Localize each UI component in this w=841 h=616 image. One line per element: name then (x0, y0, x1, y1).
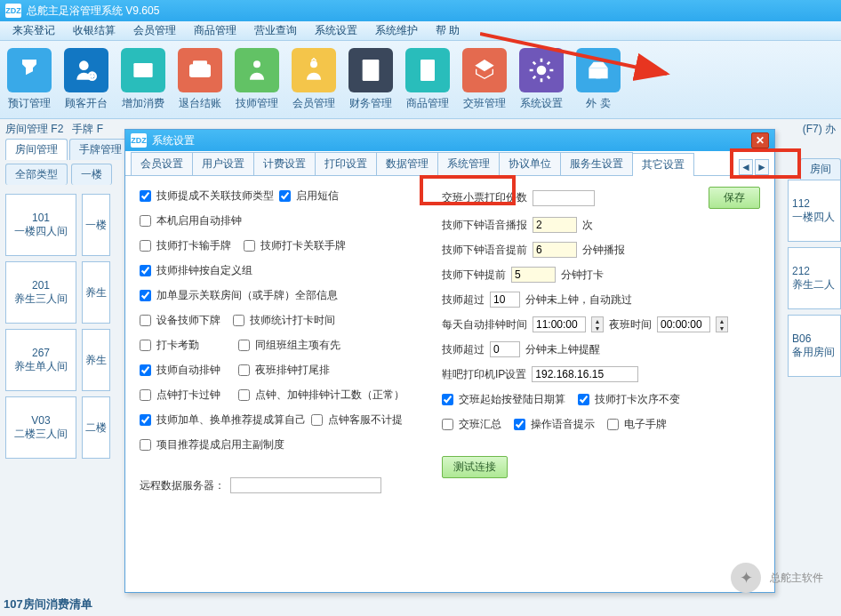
dialog-tab[interactable]: 打印设置 (315, 152, 377, 175)
dialog-tab[interactable]: 用户设置 (192, 152, 254, 175)
skip-minutes-input[interactable] (490, 292, 520, 308)
dialog-tab[interactable]: 会员设置 (131, 152, 193, 175)
svg-point-7 (253, 60, 260, 68)
chk-punch-order[interactable] (578, 394, 589, 405)
dialog-tab[interactable]: 服务生设置 (560, 152, 633, 175)
chk-show-all[interactable] (140, 290, 151, 301)
chk-commission[interactable] (140, 190, 151, 202)
svg-point-13 (373, 70, 376, 73)
room-card[interactable]: 养生 (82, 329, 110, 391)
filter-all[interactable]: 全部类型 (5, 164, 68, 185)
menu-item[interactable]: 营业查询 (245, 23, 306, 38)
room-card[interactable]: 养生 (82, 261, 110, 324)
save-button[interactable]: 保存 (709, 187, 760, 209)
toolbar-商品管理[interactable]: 商品管理 (405, 48, 450, 111)
voice-advance-input[interactable] (533, 242, 577, 258)
svg-rect-6 (193, 60, 207, 67)
chk-overtime[interactable] (140, 389, 151, 401)
time-spinner[interactable]: ▲▼ (716, 316, 728, 332)
dialog-tab[interactable]: 协议单位 (499, 152, 561, 175)
menu-item[interactable]: 系统设置 (306, 23, 366, 38)
punch-advance-input[interactable] (511, 267, 556, 283)
printer-ip-input[interactable] (532, 366, 638, 382)
svg-point-4 (144, 68, 148, 72)
sub-left: 房间管理 F2 (5, 122, 63, 137)
remind-minutes-input[interactable] (490, 341, 520, 357)
room-button[interactable]: 房间 (800, 158, 841, 180)
chk-stat-time[interactable] (233, 315, 244, 326)
menu-item[interactable]: 会员管理 (124, 23, 185, 38)
voice-times-input[interactable] (533, 217, 577, 233)
close-icon[interactable]: ✕ (751, 132, 769, 148)
svg-point-11 (366, 70, 369, 73)
toolbar-财务管理[interactable]: 财务管理 (348, 48, 393, 111)
menu-item[interactable]: 帮 助 (427, 23, 469, 38)
wechat-icon: ✦ (731, 563, 761, 593)
toolbar-技师管理[interactable]: 技师管理 (235, 48, 279, 111)
remote-server-input[interactable] (230, 477, 381, 493)
toolbar-外 卖[interactable]: 外 卖 (576, 48, 621, 111)
svg-point-12 (370, 70, 372, 73)
toolbar-系统设置[interactable]: 系统设置 (519, 48, 564, 111)
chk-main-sub[interactable] (140, 439, 151, 451)
room-card[interactable]: 101一楼四人间 (5, 194, 76, 256)
chk-auto-schedule[interactable] (140, 215, 151, 227)
chk-recommend-self[interactable] (140, 414, 151, 426)
tab-nav-right-icon[interactable]: ► (755, 159, 769, 175)
room-card[interactable]: 212养生二人 (788, 247, 841, 309)
chk-device[interactable] (140, 315, 151, 326)
chk-ecard[interactable] (607, 419, 619, 430)
dialog-tab[interactable]: 系统管理 (437, 152, 500, 175)
svg-point-0 (79, 60, 89, 70)
svg-point-15 (537, 66, 547, 76)
dialog-tab[interactable]: 计费设置 (253, 152, 316, 175)
chk-punch-link[interactable] (244, 240, 255, 252)
toolbar-增加消费[interactable]: 增加消费 (121, 48, 165, 111)
toolbar-退台结账[interactable]: 退台结账 (178, 48, 222, 111)
app-logo: ZDZ (5, 4, 21, 18)
chk-auto-arrange[interactable] (140, 364, 151, 376)
room-card[interactable]: V03二楼三人间 (5, 396, 76, 459)
chk-attendance[interactable] (140, 340, 151, 351)
room-card[interactable]: B06备用房间 (788, 315, 841, 377)
chk-sms[interactable] (279, 190, 291, 202)
menu-item[interactable]: 系统维护 (366, 23, 427, 38)
room-card[interactable]: 112一楼四人 (788, 180, 841, 242)
time-spinner[interactable]: ▲▼ (591, 316, 604, 332)
chk-punch-card[interactable] (140, 240, 151, 252)
chk-custom-group[interactable] (140, 265, 151, 276)
chk-night-tail[interactable] (238, 364, 250, 376)
chk-shift-summary[interactable] (442, 419, 453, 430)
settings-dialog: ZDZ 系统设置 ✕ 会员设置用户设置计费设置打印设置数据管理系统管理协议单位服… (124, 129, 775, 593)
toolbar-预订管理[interactable]: 预订管理 (7, 48, 52, 111)
chk-no-commission[interactable] (311, 414, 323, 426)
dialog-tab[interactable]: 其它设置 (632, 153, 694, 176)
room-card[interactable]: 二楼 (82, 396, 110, 459)
sub-mid: 手牌 F (72, 122, 103, 137)
toolbar-顾客开台[interactable]: 顾客开台 (64, 48, 108, 111)
test-connection-button[interactable]: 测试连接 (442, 456, 508, 478)
room-card[interactable]: 一楼 (82, 194, 110, 256)
chk-count-normal[interactable] (238, 389, 250, 401)
room-card[interactable]: 201养生三人间 (5, 261, 76, 324)
print-copies-input[interactable] (533, 190, 595, 206)
menu-item[interactable]: 收银结算 (64, 23, 124, 38)
remote-label: 远程数据服务器： (140, 478, 225, 493)
filter-floor[interactable]: 一楼 (71, 164, 112, 185)
room-card[interactable]: 267养生单人间 (5, 329, 76, 391)
chk-shift-date[interactable] (442, 394, 453, 405)
dialog-logo: ZDZ (131, 133, 147, 148)
tab-room[interactable]: 房间管理 (5, 139, 68, 160)
menu-item[interactable]: 来宾登记 (4, 23, 64, 38)
dialog-tab[interactable]: 数据管理 (376, 152, 438, 175)
auto-time-input[interactable] (533, 316, 586, 332)
chk-voice-prompt[interactable] (514, 419, 525, 430)
menu-item[interactable]: 商品管理 (185, 23, 245, 38)
chk-group-priority[interactable] (238, 340, 250, 351)
tab-card[interactable]: 手牌管理 (69, 139, 132, 160)
night-time-input[interactable] (657, 316, 710, 332)
toolbar-会员管理[interactable]: 会员管理 (292, 48, 336, 111)
dialog-title: 系统设置 (152, 133, 195, 148)
toolbar-交班管理[interactable]: 交班管理 (462, 48, 507, 111)
tab-nav-left-icon[interactable]: ◄ (739, 159, 753, 175)
